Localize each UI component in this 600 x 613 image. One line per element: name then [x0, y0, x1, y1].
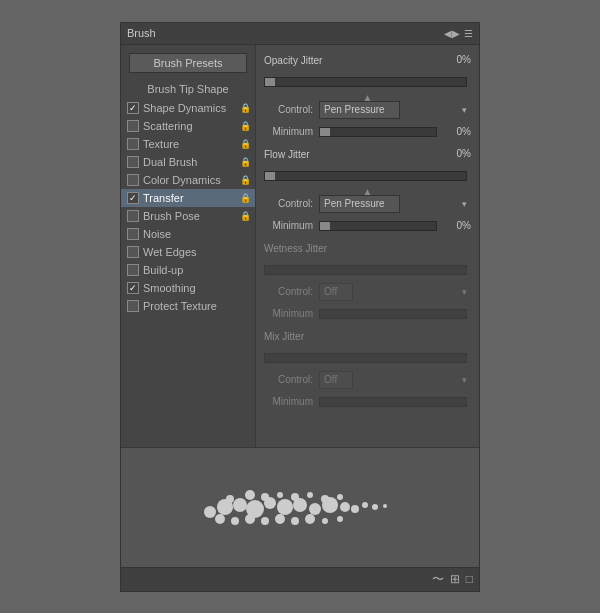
left-sidebar: Brush Presets Brush Tip Shape ✓ Shape Dy… — [121, 45, 256, 447]
menu-item-brush-pose[interactable]: Brush Pose 🔒 — [121, 207, 255, 225]
menu-item-color-dynamics[interactable]: Color Dynamics 🔒 — [121, 171, 255, 189]
label-noise: Noise — [143, 228, 251, 240]
checkbox-smoothing[interactable]: ✓ — [127, 282, 139, 294]
flow-jitter-label: Flow Jitter — [264, 149, 441, 160]
minimum-row-3: Minimum — [264, 305, 471, 323]
control-dropdown-wrapper-2: Pen Pressure Fade Pen Tilt Off — [319, 195, 471, 213]
menu-item-noise[interactable]: Noise — [121, 225, 255, 243]
mix-jitter-slider — [264, 353, 467, 363]
control-row-2: Control: Pen Pressure Fade Pen Tilt Off — [264, 195, 471, 213]
menu-item-scattering[interactable]: Scattering 🔒 — [121, 117, 255, 135]
brush-stroke-svg — [180, 477, 420, 537]
control-dropdown-2[interactable]: Pen Pressure Fade Pen Tilt Off — [319, 195, 400, 213]
mix-jitter-label: Mix Jitter — [264, 331, 471, 342]
svg-point-16 — [261, 493, 269, 501]
minimum-label-2: Minimum — [264, 220, 319, 231]
svg-point-9 — [340, 502, 350, 512]
checkbox-texture[interactable] — [127, 138, 139, 150]
checkbox-noise[interactable] — [127, 228, 139, 240]
minimum-row-4: Minimum — [264, 393, 471, 411]
flow-jitter-slider[interactable] — [264, 171, 467, 181]
wetness-jitter-row: Wetness Jitter — [264, 239, 471, 257]
opacity-jitter-slider-row — [264, 73, 471, 91]
control-dropdown-4: Off — [319, 371, 353, 389]
menu-item-transfer[interactable]: ✓ Transfer 🔒 — [121, 189, 255, 207]
minimum-value-2: 0% — [441, 220, 471, 231]
menu-item-build-up[interactable]: Build-up — [121, 261, 255, 279]
minimum-label-1: Minimum — [264, 126, 319, 137]
menu-item-protect-texture[interactable]: Protect Texture — [121, 297, 255, 315]
svg-point-18 — [291, 493, 299, 501]
label-protect-texture: Protect Texture — [143, 300, 251, 312]
svg-point-0 — [204, 506, 216, 518]
menu-item-wet-edges[interactable]: Wet Edges — [121, 243, 255, 261]
opacity-jitter-slider[interactable] — [264, 77, 467, 87]
lock-color-dynamics: 🔒 — [240, 175, 251, 185]
panel-menu-icon[interactable]: ☰ — [464, 28, 473, 39]
svg-point-13 — [383, 504, 387, 508]
wetness-jitter-slider-row — [264, 261, 471, 279]
minimum-slider-4 — [319, 397, 467, 407]
svg-point-22 — [215, 514, 225, 524]
svg-point-12 — [372, 504, 378, 510]
opacity-jitter-row: Opacity Jitter 0% — [264, 51, 471, 69]
right-panel: Opacity Jitter 0% ▲ Control: Pen Pressur… — [256, 45, 479, 447]
grid-icon[interactable]: ⊞ — [450, 572, 460, 586]
minimum-thumb-1 — [320, 128, 330, 136]
minimum-slider-2[interactable] — [319, 221, 437, 231]
panel-controls: ◀▶ ☰ — [444, 28, 473, 39]
menu-item-smoothing[interactable]: ✓ Smoothing — [121, 279, 255, 297]
svg-point-14 — [226, 495, 234, 503]
panel-collapse-icon[interactable]: ◀▶ — [444, 28, 460, 39]
checkbox-wet-edges[interactable] — [127, 246, 139, 258]
minimum-row-2: Minimum 0% — [264, 217, 471, 235]
label-dual-brush: Dual Brush — [143, 156, 251, 168]
svg-point-11 — [362, 502, 368, 508]
brush-tip-shape-header: Brush Tip Shape — [121, 81, 255, 99]
flow-jitter-slider-row — [264, 167, 471, 185]
control-dropdown-1[interactable]: Pen Pressure Fade Pen Tilt Off — [319, 101, 400, 119]
control-row-4: Control: Off — [264, 371, 471, 389]
svg-point-2 — [233, 498, 247, 512]
label-texture: Texture — [143, 138, 251, 150]
checkbox-brush-pose[interactable] — [127, 210, 139, 222]
checkbox-dual-brush[interactable] — [127, 156, 139, 168]
control-label-4: Control: — [264, 374, 319, 385]
checkbox-color-dynamics[interactable] — [127, 174, 139, 186]
new-icon[interactable]: □ — [466, 572, 473, 586]
brush-preview — [121, 447, 479, 567]
wavy-icon[interactable]: 〜 — [432, 571, 444, 588]
minimum-label-4: Minimum — [264, 396, 319, 407]
svg-point-24 — [245, 514, 255, 524]
svg-point-15 — [245, 490, 255, 500]
control-label-1: Control: — [264, 104, 319, 115]
svg-point-28 — [305, 514, 315, 524]
bottom-toolbar: 〜 ⊞ □ — [121, 567, 479, 591]
menu-item-shape-dynamics[interactable]: ✓ Shape Dynamics 🔒 — [121, 99, 255, 117]
svg-point-10 — [351, 505, 359, 513]
svg-point-19 — [307, 492, 313, 498]
panel-titlebar: Brush ◀▶ ☰ — [121, 23, 479, 45]
checkbox-build-up[interactable] — [127, 264, 139, 276]
checkbox-protect-texture[interactable] — [127, 300, 139, 312]
checkbox-transfer[interactable]: ✓ — [127, 192, 139, 204]
label-transfer: Transfer — [143, 192, 251, 204]
minimum-slider-1[interactable] — [319, 127, 437, 137]
opacity-jitter-label: Opacity Jitter — [264, 55, 441, 66]
lock-shape-dynamics: 🔒 — [240, 103, 251, 113]
menu-item-texture[interactable]: Texture 🔒 — [121, 135, 255, 153]
label-brush-pose: Brush Pose — [143, 210, 251, 222]
svg-point-17 — [277, 492, 283, 498]
flow-jitter-row: Flow Jitter 0% — [264, 145, 471, 163]
checkbox-scattering[interactable] — [127, 120, 139, 132]
svg-point-7 — [309, 503, 321, 515]
brush-presets-button[interactable]: Brush Presets — [129, 53, 247, 73]
wetness-jitter-slider — [264, 265, 467, 275]
minimum-label-3: Minimum — [264, 308, 319, 319]
control-label-3: Control: — [264, 286, 319, 297]
checkbox-shape-dynamics[interactable]: ✓ — [127, 102, 139, 114]
menu-item-dual-brush[interactable]: Dual Brush 🔒 — [121, 153, 255, 171]
label-smoothing: Smoothing — [143, 282, 251, 294]
control-row-1: Control: Pen Pressure Fade Pen Tilt Off — [264, 101, 471, 119]
svg-point-27 — [291, 517, 299, 525]
